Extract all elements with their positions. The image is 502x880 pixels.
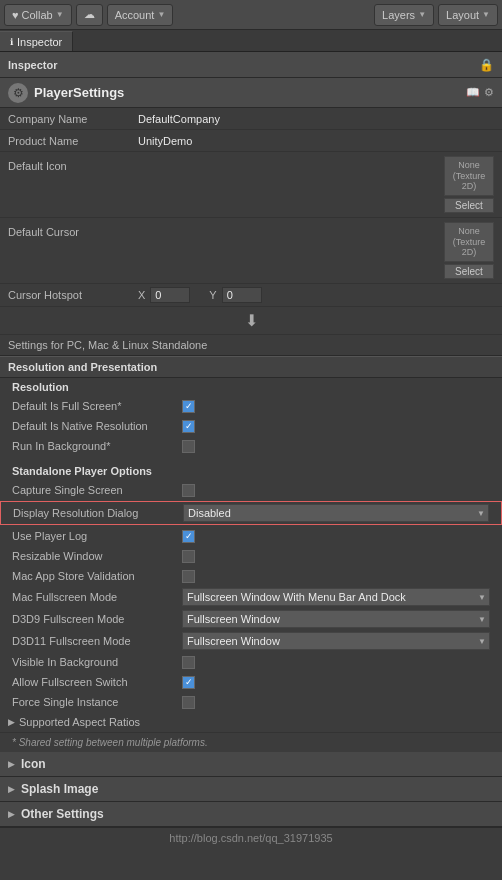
d3d11-fullscreen-wrapper: Fullscreen Window Exclusive Fullscreen ▼ bbox=[182, 632, 490, 650]
d3d11-fullscreen-select[interactable]: Fullscreen Window Exclusive Fullscreen bbox=[182, 632, 490, 650]
d3d11-fullscreen-row: D3D11 Fullscreen Mode Fullscreen Window … bbox=[0, 630, 502, 652]
book-icon[interactable]: 📖 bbox=[466, 86, 480, 99]
full-screen-label: Default Is Full Screen* bbox=[12, 400, 182, 412]
capture-screen-label: Capture Single Screen bbox=[12, 484, 182, 496]
layout-button[interactable]: Layout ▼ bbox=[438, 4, 498, 26]
player-settings-header: ⚙ PlayerSettings 📖 ⚙ bbox=[0, 78, 502, 108]
other-section-header[interactable]: ▶ Other Settings bbox=[0, 802, 502, 827]
capture-screen-checkbox[interactable] bbox=[182, 484, 195, 497]
company-name-label: Company Name bbox=[8, 113, 138, 125]
resolution-sub-label: Resolution bbox=[12, 381, 69, 393]
visible-bg-label: Visible In Background bbox=[12, 656, 182, 668]
resolution-group-label: Resolution and Presentation bbox=[8, 361, 157, 373]
icon-section-title: Icon bbox=[21, 757, 46, 771]
resizable-window-checkbox[interactable] bbox=[182, 550, 195, 563]
standalone-group-header: Standalone Player Options bbox=[0, 462, 502, 480]
settings-icon[interactable]: ⚙ bbox=[484, 86, 494, 99]
d3d9-fullscreen-select[interactable]: Fullscreen Window Exclusive Fullscreen bbox=[182, 610, 490, 628]
gear-icon: ⚙ bbox=[8, 83, 28, 103]
visible-bg-checkbox[interactable] bbox=[182, 656, 195, 669]
cursor-y-input[interactable] bbox=[222, 287, 262, 303]
default-icon-texture: None (Texture 2D) bbox=[444, 156, 494, 196]
capture-screen-row: Capture Single Screen bbox=[0, 480, 502, 500]
lock-icon[interactable]: 🔒 bbox=[479, 58, 494, 72]
d3d9-fullscreen-wrapper: Fullscreen Window Exclusive Fullscreen ▼ bbox=[182, 610, 490, 628]
layout-arrow-icon: ▼ bbox=[482, 10, 490, 19]
cursor-hotspot-label: Cursor Hotspot bbox=[8, 289, 138, 301]
d3d9-fullscreen-label: D3D9 Fullscreen Mode bbox=[12, 613, 182, 625]
content-area: Company Name DefaultCompany Product Name… bbox=[0, 108, 502, 880]
resizable-window-label: Resizable Window bbox=[12, 550, 182, 562]
display-dialog-select[interactable]: Disabled Enabled Hidden By Default bbox=[183, 504, 489, 522]
collab-label: Collab bbox=[22, 9, 53, 21]
layers-button[interactable]: Layers ▼ bbox=[374, 4, 434, 26]
platform-label: Settings for PC, Mac & Linux Standalone bbox=[0, 335, 502, 356]
mac-app-store-checkbox[interactable] bbox=[182, 570, 195, 583]
heart-icon: ♥ bbox=[12, 9, 19, 21]
native-res-checkbox[interactable] bbox=[182, 420, 195, 433]
inspector-title: Inspector bbox=[8, 59, 58, 71]
product-name-value: UnityDemo bbox=[138, 135, 494, 147]
default-cursor-texture-label: None (Texture 2D) bbox=[445, 226, 493, 258]
default-icon-label: Default Icon bbox=[8, 156, 138, 172]
allow-fullscreen-label: Allow Fullscreen Switch bbox=[12, 676, 182, 688]
aspect-ratios-row[interactable]: ▶ Supported Aspect Ratios bbox=[0, 712, 502, 732]
default-cursor-select-btn[interactable]: Select bbox=[444, 264, 494, 279]
other-section-title: Other Settings bbox=[21, 807, 104, 821]
mac-app-store-label: Mac App Store Validation bbox=[12, 570, 182, 582]
cursor-x-label: X bbox=[138, 289, 145, 301]
visible-bg-row: Visible In Background bbox=[0, 652, 502, 672]
native-res-row: Default Is Native Resolution bbox=[0, 416, 502, 436]
cursor-hotspot-coords: X Y bbox=[138, 287, 262, 303]
product-name-label: Product Name bbox=[8, 135, 138, 147]
resolution-group-header[interactable]: Resolution and Presentation bbox=[0, 356, 502, 378]
other-section-arrow-icon: ▶ bbox=[8, 809, 15, 819]
mac-app-store-row: Mac App Store Validation bbox=[0, 566, 502, 586]
run-bg-row: Run In Background* bbox=[0, 436, 502, 456]
d3d11-fullscreen-label: D3D11 Fullscreen Mode bbox=[12, 635, 182, 647]
use-player-log-label: Use Player Log bbox=[12, 530, 182, 542]
collab-arrow-icon: ▼ bbox=[56, 10, 64, 19]
run-bg-checkbox[interactable] bbox=[182, 440, 195, 453]
collab-button[interactable]: ♥ Collab ▼ bbox=[4, 4, 72, 26]
toolbar: ♥ Collab ▼ ☁ Account ▼ Layers ▼ Layout ▼ bbox=[0, 0, 502, 30]
default-icon-row: Default Icon None (Texture 2D) Select bbox=[0, 152, 502, 218]
mac-fullscreen-label: Mac Fullscreen Mode bbox=[12, 591, 182, 603]
footnote-text: * Shared setting between multiple platfo… bbox=[12, 737, 208, 748]
watermark: http://blog.csdn.net/qq_31971935 bbox=[0, 827, 502, 848]
inspector-tab-icon: ℹ bbox=[10, 37, 13, 47]
splash-section-header[interactable]: ▶ Splash Image bbox=[0, 777, 502, 802]
tab-inspector[interactable]: ℹ Inspector bbox=[0, 31, 73, 51]
player-settings-title: PlayerSettings bbox=[34, 85, 124, 100]
company-name-value: DefaultCompany bbox=[138, 113, 494, 125]
footnote: * Shared setting between multiple platfo… bbox=[0, 732, 502, 752]
cursor-x-input[interactable] bbox=[150, 287, 190, 303]
use-player-log-row: Use Player Log bbox=[0, 526, 502, 546]
use-player-log-checkbox[interactable] bbox=[182, 530, 195, 543]
mac-fullscreen-select[interactable]: Fullscreen Window With Menu Bar And Dock… bbox=[182, 588, 490, 606]
inspector-tab-label: Inspector bbox=[17, 36, 62, 48]
splash-section-arrow-icon: ▶ bbox=[8, 784, 15, 794]
watermark-text: http://blog.csdn.net/qq_31971935 bbox=[169, 832, 332, 844]
icon-section-header[interactable]: ▶ Icon bbox=[0, 752, 502, 777]
full-screen-checkbox[interactable] bbox=[182, 400, 195, 413]
mac-fullscreen-row: Mac Fullscreen Mode Fullscreen Window Wi… bbox=[0, 586, 502, 608]
force-single-checkbox[interactable] bbox=[182, 696, 195, 709]
force-single-label: Force Single Instance bbox=[12, 696, 182, 708]
platform-label-text: Settings for PC, Mac & Linux Standalone bbox=[8, 339, 207, 351]
default-icon-texture-label: None (Texture 2D) bbox=[445, 160, 493, 192]
d3d9-fullscreen-row: D3D9 Fullscreen Mode Fullscreen Window E… bbox=[0, 608, 502, 630]
allow-fullscreen-checkbox[interactable] bbox=[182, 676, 195, 689]
allow-fullscreen-row: Allow Fullscreen Switch bbox=[0, 672, 502, 692]
full-screen-row: Default Is Full Screen* bbox=[0, 396, 502, 416]
download-icon: ⬇ bbox=[245, 311, 258, 330]
company-name-row: Company Name DefaultCompany bbox=[0, 108, 502, 130]
default-icon-select-btn[interactable]: Select bbox=[444, 198, 494, 213]
display-dialog-wrapper: Disabled Enabled Hidden By Default ▼ bbox=[183, 504, 489, 522]
resizable-window-row: Resizable Window bbox=[0, 546, 502, 566]
cloud-button[interactable]: ☁ bbox=[76, 4, 103, 26]
account-button[interactable]: Account ▼ bbox=[107, 4, 174, 26]
icon-section-arrow-icon: ▶ bbox=[8, 759, 15, 769]
account-label: Account bbox=[115, 9, 155, 21]
aspect-arrow-icon: ▶ bbox=[8, 717, 15, 727]
